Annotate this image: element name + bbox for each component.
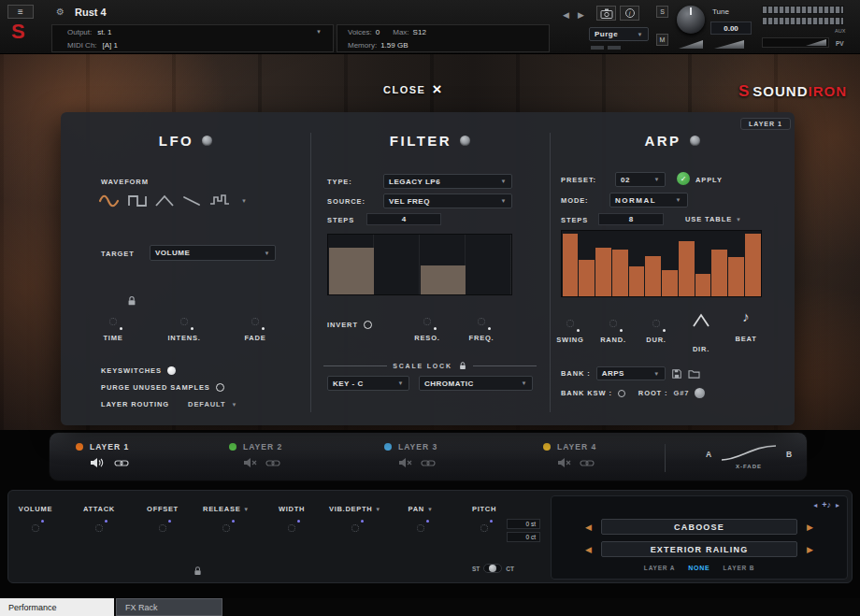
output-select[interactable]: Output: st. 1 — [67, 28, 111, 36]
pan-knob-label[interactable]: PAN▼ — [408, 505, 433, 513]
key-dropdown[interactable]: KEY - C▼ — [327, 376, 409, 391]
close-button[interactable]: CLOSE × — [383, 80, 441, 99]
selector1-prev-arrow[interactable]: ◀ — [585, 523, 592, 532]
prev-note-arrow[interactable]: ◂ — [813, 501, 817, 509]
info-icon[interactable]: i — [620, 6, 639, 21]
waveform-caret-icon[interactable]: ▼ — [241, 198, 247, 204]
next-instrument-arrow[interactable]: ▶ — [578, 10, 584, 20]
keyswitches-toggle[interactable]: KEYSWITCHES — [101, 366, 176, 375]
purge-dropdown[interactable]: Purge▼ — [589, 27, 649, 41]
volume-wedge-slider[interactable] — [679, 40, 703, 49]
layer-2-selector[interactable]: LAYER 2 — [229, 442, 282, 468]
release-knob-label[interactable]: RELEASE▼ — [203, 505, 250, 513]
purge-unused-ring-icon[interactable] — [216, 383, 224, 392]
edit-panel: LFO WAVEFORM ▼ TARGET VOLUME▼ — [61, 112, 795, 425]
snapshot-camera-icon[interactable] — [596, 6, 616, 21]
layer-routing-control[interactable]: LAYER ROUTING DEFAULT ▼ — [101, 400, 236, 408]
arp-step-table[interactable] — [561, 230, 762, 297]
layer-1-selector[interactable]: LAYER 1 — [76, 442, 129, 468]
scale-dropdown[interactable]: CHROMATIC▼ — [419, 376, 533, 391]
layer-b-tab[interactable]: LAYER B — [724, 565, 755, 571]
next-note-arrow[interactable]: ▸ — [836, 501, 839, 509]
midi-select[interactable]: MIDI Ch: [A] 1 — [67, 41, 118, 50]
link-icon[interactable] — [421, 458, 436, 468]
saw-wave-icon[interactable] — [181, 193, 202, 209]
pv-label[interactable]: PV — [836, 40, 844, 47]
gear-icon[interactable]: ⚙ — [56, 7, 64, 17]
routing-caret-icon[interactable]: ▼ — [231, 402, 236, 408]
tune-value[interactable]: 0.00 — [710, 21, 752, 35]
bank-dropdown[interactable]: ARPS▼ — [596, 366, 666, 380]
st-ct-toggle[interactable]: ST CT — [472, 564, 514, 573]
lock-icon[interactable] — [193, 566, 203, 577]
link-icon[interactable] — [580, 458, 595, 468]
layer-a-tab[interactable]: LAYER A — [644, 565, 675, 571]
pan-wedge-slider[interactable] — [714, 40, 744, 49]
arp-steps-value[interactable]: 8 — [598, 213, 664, 225]
st-ct-switch[interactable] — [483, 564, 502, 573]
speaker-on-icon[interactable] — [90, 457, 106, 468]
sine-wave-icon[interactable] — [98, 193, 121, 209]
load-folder-icon[interactable] — [688, 368, 700, 379]
layer-3-selector[interactable]: LAYER 3 — [384, 442, 437, 468]
arp-mode-dropdown[interactable]: NORMAL▼ — [609, 193, 688, 208]
master-output-slider[interactable] — [762, 37, 829, 48]
apply-check-icon[interactable]: ✓ — [677, 172, 690, 185]
filter-power-led[interactable] — [460, 136, 470, 146]
purge-unused-button[interactable]: PURGE UNUSED SAMPLES — [101, 383, 224, 392]
menu-icon[interactable]: ≡ — [7, 5, 34, 19]
pitch-semitone-value[interactable]: 0 st — [507, 519, 540, 529]
scale-lock-icon[interactable] — [458, 361, 467, 371]
filter-source-dropdown[interactable]: VEL FREQ▼ — [383, 193, 512, 208]
arp-direction-icon[interactable] — [691, 312, 711, 329]
invert-ring-icon[interactable] — [364, 321, 372, 329]
link-icon[interactable] — [265, 458, 280, 468]
vib-depth-knob-label[interactable]: VIB.DEPTH▼ — [329, 505, 381, 513]
square-wave-icon[interactable] — [127, 193, 148, 209]
lfo-target-dropdown[interactable]: VOLUME▼ — [150, 245, 276, 261]
triangle-wave-icon[interactable] — [154, 193, 175, 209]
lock-icon[interactable] — [126, 295, 137, 307]
random-wave-icon[interactable] — [208, 193, 231, 209]
tune-knob[interactable] — [677, 6, 705, 34]
keyswitches-led[interactable] — [167, 366, 176, 375]
layer-routing-value[interactable]: DEFAULT — [188, 400, 225, 408]
speaker-muted-icon[interactable] — [243, 457, 257, 468]
root-knob[interactable] — [695, 388, 705, 398]
invert-toggle[interactable]: INVERT — [327, 321, 372, 329]
bank-ksw-toggle[interactable] — [618, 390, 625, 397]
use-table-dropdown[interactable]: USE TABLE ▼ — [685, 215, 741, 223]
apply-label[interactable]: APPLY — [695, 176, 723, 184]
speaker-muted-icon[interactable] — [398, 457, 412, 468]
selector1-next-arrow[interactable]: ▶ — [807, 523, 813, 532]
arp-power-led[interactable] — [690, 136, 700, 146]
filter-steps-value[interactable]: 4 — [366, 213, 441, 225]
mute-button[interactable]: M — [656, 34, 668, 46]
filter-type-dropdown[interactable]: LEGACY LP6▼ — [383, 174, 512, 189]
layer-4-selector[interactable]: LAYER 4 — [543, 442, 596, 468]
output-caret-icon[interactable]: ▼ — [316, 29, 322, 35]
articulation-selector-1[interactable]: CABOOSE — [601, 519, 797, 535]
ct-label: CT — [506, 566, 514, 572]
link-icon[interactable] — [114, 458, 129, 468]
xfade-curve[interactable] — [719, 442, 779, 463]
tab-fx-rack[interactable]: FX Rack — [116, 598, 222, 616]
lfo-power-led[interactable] — [202, 136, 212, 146]
speaker-muted-icon[interactable] — [557, 457, 571, 468]
articulation-selector-2[interactable]: EXTERIOR RAILING — [601, 541, 797, 557]
arp-preset-dropdown[interactable]: 02▼ — [615, 172, 666, 187]
solo-button[interactable]: S — [656, 6, 668, 18]
tab-performance[interactable]: Performance — [0, 598, 114, 616]
layer-tab-badge[interactable]: LAYER 1 — [740, 118, 791, 130]
arp-beat-note-icon[interactable]: ♪ — [742, 308, 750, 324]
selector2-next-arrow[interactable]: ▶ — [807, 545, 813, 554]
aux-label[interactable]: AUX — [835, 28, 845, 34]
none-tab[interactable]: NONE — [688, 565, 710, 571]
root-value[interactable]: G#7 — [673, 389, 689, 397]
note-plus-icon[interactable]: +♪ — [822, 500, 831, 509]
pitch-cent-value[interactable]: 0 ct — [507, 532, 540, 542]
save-icon[interactable] — [671, 368, 682, 380]
filter-step-table[interactable] — [327, 234, 512, 295]
selector2-prev-arrow[interactable]: ◀ — [585, 545, 592, 554]
prev-instrument-arrow[interactable]: ◀ — [563, 10, 569, 20]
